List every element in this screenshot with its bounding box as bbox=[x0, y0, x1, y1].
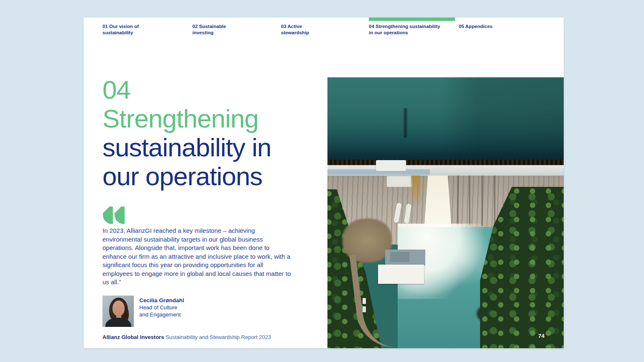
nav-item-active-stewardship[interactable]: 03 Active stewardship bbox=[281, 23, 321, 36]
nav-item-line: 03 Active bbox=[281, 23, 321, 30]
footer-brand: Allianz Global Investors bbox=[102, 334, 164, 340]
dam-pier bbox=[469, 176, 470, 226]
spillway-plume bbox=[424, 176, 452, 231]
report-footer: Allianz Global Investors Sustainability … bbox=[102, 334, 271, 340]
dam-pier bbox=[494, 176, 496, 226]
nav-item-line: in our operations bbox=[369, 30, 446, 36]
nav-item-strengthening-sustainability[interactable]: 04 Strengthening sustainability in our o… bbox=[369, 23, 446, 36]
page-title-number: 04 bbox=[102, 75, 271, 104]
avatar bbox=[102, 296, 134, 327]
powerhouse-building bbox=[378, 265, 424, 284]
nav-item-line: 05 Appendices bbox=[459, 23, 509, 30]
nav-item-line: 04 Strengthening sustainability bbox=[369, 23, 446, 30]
crest-structure bbox=[387, 176, 413, 187]
nav-item-appendices[interactable]: 05 Appendices bbox=[459, 23, 509, 30]
nav-item-sustainable-investing[interactable]: 02 Sustainable investing bbox=[192, 23, 234, 36]
dam-aerial-photo: 74 bbox=[327, 77, 564, 348]
report-viewer: 01 Our vision of sustainability 02 Susta… bbox=[0, 0, 644, 362]
nav-item-line: stewardship bbox=[281, 30, 321, 36]
tower-shadow bbox=[404, 108, 407, 138]
quote-mark-icon bbox=[103, 206, 113, 224]
page-title-line: Strengthening bbox=[102, 104, 271, 133]
avatar-face bbox=[112, 301, 125, 316]
dam-pier bbox=[457, 176, 459, 226]
powerhouse-roof bbox=[385, 250, 425, 265]
dam-pier bbox=[481, 176, 483, 226]
page-number: 74 bbox=[538, 333, 544, 339]
active-section-indicator bbox=[369, 18, 455, 21]
quote-mark-icon bbox=[103, 206, 126, 225]
page-title-line: sustainability in bbox=[102, 133, 271, 162]
nav-item-line: sustainability bbox=[102, 30, 148, 36]
reservoir-shadow bbox=[441, 77, 564, 165]
report-page: 01 Our vision of sustainability 02 Susta… bbox=[84, 18, 564, 348]
nav-item-our-vision[interactable]: 01 Our vision of sustainability bbox=[102, 23, 148, 36]
quote-attribution: Cecilia Grøndahl Head of Culture and Eng… bbox=[139, 297, 184, 318]
crest-structure bbox=[376, 160, 406, 171]
person-role: and Engagement bbox=[139, 311, 184, 318]
nav-item-line: 02 Sustainable bbox=[192, 23, 234, 30]
footer-report-title: Sustainability and Stewardship Report 20… bbox=[166, 334, 271, 340]
quote-mark-icon bbox=[115, 206, 125, 224]
nav-item-line: 01 Our vision of bbox=[102, 23, 148, 30]
nav-item-line: investing bbox=[192, 30, 234, 36]
page-title: 04 Strengthening sustainability in our o… bbox=[102, 75, 271, 191]
vehicles bbox=[363, 298, 366, 304]
page-title-line: our operations bbox=[102, 162, 271, 191]
spillway-stain bbox=[411, 176, 420, 206]
shoreline-debris bbox=[327, 160, 564, 165]
pull-quote: In 2023, AllianzGI reached a key milesto… bbox=[102, 227, 291, 287]
person-name: Cecilia Grøndahl bbox=[139, 297, 184, 304]
person-role: Head of Culture bbox=[139, 304, 184, 311]
